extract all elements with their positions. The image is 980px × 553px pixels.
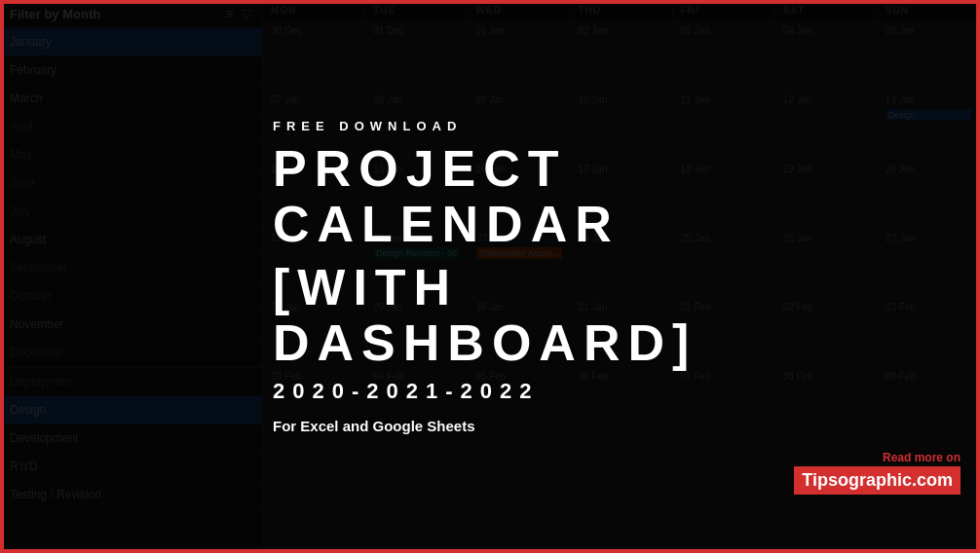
subtitle: For Excel and Google Sheets <box>273 418 688 434</box>
tips-site[interactable]: Tipsographic.com <box>794 466 961 495</box>
year-label: 2020-2021-2022 <box>273 379 688 404</box>
free-download-label: FREE DOWNLOAD <box>273 119 688 133</box>
main-title-line1: PROJECT CALENDAR <box>273 141 688 252</box>
read-more-text: Read more on <box>794 451 961 464</box>
main-title-line2: [WITH DASHBOARD] <box>273 260 688 371</box>
tipsographic-badge[interactable]: Read more on Tipsographic.com <box>794 451 961 495</box>
